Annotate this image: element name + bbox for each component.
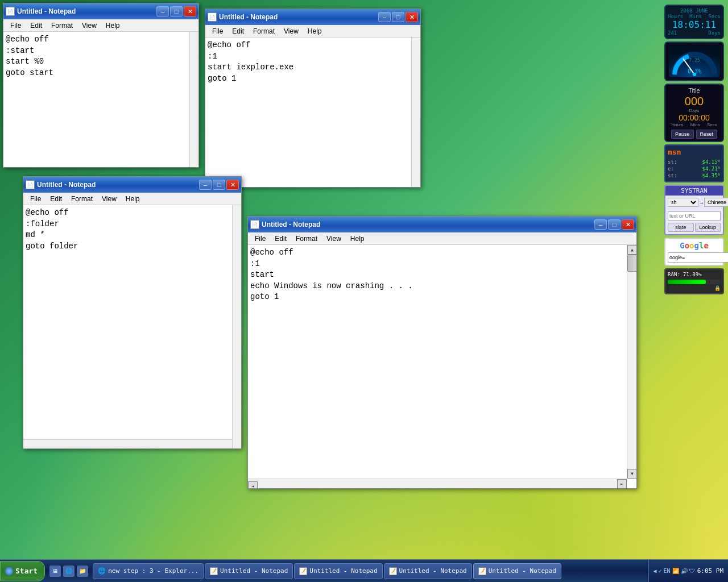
svg-text:7.25: 7.25 [689,58,700,63]
title-3: Untitled - Notepad [37,181,197,189]
close-btn-3[interactable]: ✕ [226,180,239,190]
scroll-up-4[interactable]: ▲ [627,245,636,255]
menu-file-1[interactable]: File [6,20,26,31]
msn-logo: msn [668,148,681,156]
menu-format-2[interactable]: Format [249,26,279,36]
reset-button[interactable]: Reset [696,130,718,139]
menu-edit-1[interactable]: Edit [26,20,47,31]
translate-button[interactable]: slate [668,223,694,232]
tray-icon-en[interactable]: EN [664,568,671,574]
close-btn-4[interactable]: ✕ [622,219,634,230]
taskbar-task-notepad-3[interactable]: 📝 Untitled - Notepad [384,563,472,579]
timer-count-label: Days [668,108,721,113]
from-lang-select[interactable]: sh English [668,198,698,207]
stock-label-1: st: [668,159,677,165]
maximize-btn-4[interactable]: □ [608,219,621,230]
maximize-btn-3[interactable]: □ [213,180,225,190]
menu-help-4[interactable]: Help [346,234,369,244]
clock-time: 18:05:11 [668,19,721,30]
start-label: Start [15,567,38,575]
scroll-thumb-v-4[interactable] [627,255,636,272]
menu-edit-4[interactable]: Edit [270,234,291,244]
menu-help-3[interactable]: Help [121,194,144,204]
scrollbar-v-3[interactable] [232,205,241,448]
tray-shield-icon[interactable]: 🛡 [689,568,695,574]
scrollbar-v-1[interactable] [189,32,198,167]
tray-icons: ◀ ✓ EN 📶 🔊 🛡 [653,568,695,574]
taskbar-task-notepad-2[interactable]: 📝 Untitled - Notepad [294,563,382,579]
ram-label: RAM: 71.89% [668,272,702,277]
notepad-window-1: 📄 Untitled - Notepad – □ ✕ File Edit For… [3,3,199,168]
menu-view-1[interactable]: View [77,20,101,31]
taskbar-tasks: 🌐 new step : 3 - Explor... 📝 Untitled - … [90,563,648,579]
controls-4: – □ ✕ [594,219,634,230]
notepad-textarea-2[interactable]: @echo off :1 start iexplore.exe goto 1 [205,38,420,187]
maximize-btn-1[interactable]: □ [170,6,183,16]
scroll-left-4[interactable]: ◄ [248,481,258,488]
menu-file-4[interactable]: File [250,234,270,244]
stock-value-2: $4.21⁹ [702,166,721,172]
clock-widget: 2008 JUNE Hours Mins Secs 18:05:11 241 D… [664,5,724,39]
notepad-textarea-3[interactable]: @echo off :folder md * goto folder [23,205,241,448]
google-search-input[interactable] [668,252,728,263]
close-btn-2[interactable]: ✕ [406,12,418,22]
controls-2: – □ ✕ [378,12,418,22]
menu-format-4[interactable]: Format [291,234,322,244]
taskbar-task-notepad-4[interactable]: 📝 Untitled - Notepad [473,563,561,579]
taskbar-task-notepad-1[interactable]: 📝 Untitled - Notepad [205,563,293,579]
tray-icon-1[interactable]: ◀ [653,568,657,574]
minimize-btn-1[interactable]: – [156,6,169,16]
pause-button[interactable]: Pause [671,130,694,139]
taskbar: Start 🖥 🌐 📁 🌐 new step : 3 - Explor... 📝… [0,559,728,582]
to-lang-select[interactable]: Chinese French [704,198,728,207]
menu-format-3[interactable]: Format [67,194,97,204]
start-button[interactable]: Start [0,561,45,581]
scrollbar-v-4[interactable]: ▲ ▼ [627,245,636,479]
scroll-right-4[interactable]: ► [617,479,627,488]
menu-view-3[interactable]: View [97,194,121,204]
system-clock[interactable]: 6:05 PM [697,567,723,575]
titlebar-2[interactable]: 📄 Untitled - Notepad – □ ✕ [205,9,420,25]
menu-edit-3[interactable]: Edit [46,194,67,204]
minimize-btn-3[interactable]: – [199,180,212,190]
close-btn-1[interactable]: ✕ [184,6,196,16]
menu-format-1[interactable]: Format [47,20,77,31]
tray-network-icon[interactable]: 📶 [672,568,679,574]
notepad-textarea-4[interactable]: @echo off :1 start echo Windows is now c… [248,245,636,488]
titlebar-3[interactable]: 📄 Untitled - Notepad – □ ✕ [23,177,241,193]
scroll-down-4[interactable]: ▼ [627,469,636,479]
notepad-textarea-1[interactable]: @echo off :start start %0 goto start [3,32,198,167]
windows-explorer-icon[interactable]: 📁 [77,566,88,577]
lookup-button[interactable]: Lookup [695,223,721,232]
maximize-btn-2[interactable]: □ [392,12,404,22]
menu-help-2[interactable]: Help [303,26,326,36]
minimize-btn-2[interactable]: – [378,12,391,22]
menu-help-1[interactable]: Help [101,20,125,31]
titlebar-4[interactable]: 📄 Untitled - Notepad – □ ✕ [248,217,636,232]
titlebar-1[interactable]: 📄 Untitled - Notepad – □ ✕ [3,3,198,19]
scrollbar-h-3[interactable] [23,439,232,448]
scrollbar-h-4[interactable]: ◄ ► [248,479,627,488]
show-desktop-icon[interactable]: 🖥 [49,566,61,577]
notepad-icon-4: 📄 [250,220,259,229]
scrollbar-v-2[interactable] [411,38,420,187]
ie-icon[interactable]: 🌐 [63,566,75,577]
tray-icon-2[interactable]: ✓ [659,568,662,574]
notepad-task-icon-3: 📝 [389,567,397,575]
lang-arrow-icon: → [700,199,703,206]
systran-widget: SYSTRAN sh English → Chinese French slat… [664,185,724,235]
menu-file-2[interactable]: File [208,26,228,36]
taskbar-task-explorer[interactable]: 🌐 new step : 3 - Explor... [93,563,204,579]
minimize-btn-4[interactable]: – [594,219,607,230]
menu-view-2[interactable]: View [279,26,303,36]
menu-file-3[interactable]: File [26,194,46,204]
secs-label: Secs [708,14,721,19]
explorer-task-icon: 🌐 [98,567,106,575]
timer-count: 000 [668,95,721,108]
menu-view-4[interactable]: View [322,234,346,244]
taskbar-quick-launch: 🖥 🌐 📁 [47,566,90,577]
tray-volume-icon[interactable]: 🔊 [681,568,688,574]
menu-edit-2[interactable]: Edit [228,26,249,36]
systran-input[interactable] [668,211,721,221]
content-area-4: @echo off :1 start echo Windows is now c… [248,245,636,488]
